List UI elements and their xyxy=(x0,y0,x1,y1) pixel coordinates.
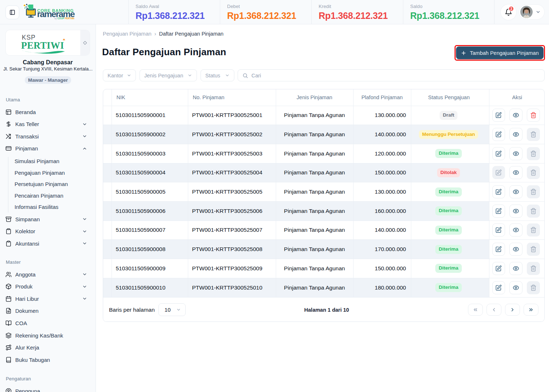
svg-text:by COOP PERTIWI: by COOP PERTIWI xyxy=(55,17,74,20)
